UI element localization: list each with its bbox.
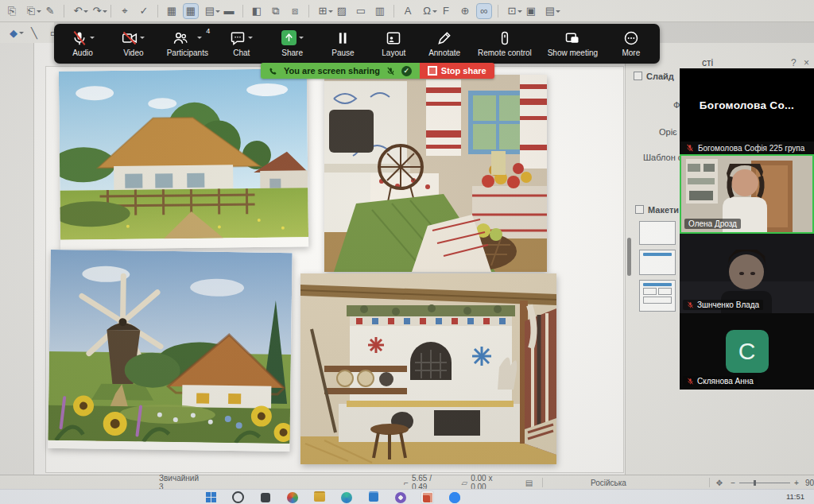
store-icon[interactable] [367, 491, 379, 503]
annotate-icon [436, 30, 452, 46]
office-icon[interactable] [286, 491, 298, 503]
fit-slide-icon[interactable]: ✥ [716, 479, 723, 487]
clone-formatting-icon[interactable]: ✎ [43, 4, 57, 18]
chat-button[interactable]: Chat [224, 30, 259, 57]
layout-content-thumbnail[interactable] [639, 280, 676, 312]
orientation-label: Оріє [659, 127, 677, 137]
chevron-down-icon[interactable] [90, 37, 95, 41]
zoom-in-button[interactable]: + [794, 479, 799, 487]
slide-image-village-painting[interactable] [59, 68, 308, 249]
toolbar-separator [393, 5, 394, 17]
pause-button[interactable]: Pause [325, 30, 360, 57]
participants-count-badge: 4 [206, 27, 210, 35]
file-explorer-icon[interactable] [313, 491, 325, 503]
slide-image-interior-stove[interactable] [324, 75, 547, 272]
statusbar-separator [709, 478, 710, 487]
table-icon[interactable]: ⊞ [316, 4, 330, 18]
copy-icon[interactable]: ⎗ [24, 4, 38, 18]
fill-color-icon[interactable]: ◆ [6, 25, 21, 40]
status-bar: Звичайний 3 ⌐ 5.65 / 0.49 ▱ 0.00 x 0.00 … [0, 475, 814, 490]
annotate-button[interactable]: Annotate [427, 30, 462, 57]
slide-properties-icon[interactable]: ▤ [543, 4, 557, 18]
audio-button[interactable]: Audio [65, 30, 100, 57]
zoom-slider-track[interactable] [739, 483, 790, 483]
special-character-icon[interactable]: Ω [420, 4, 434, 18]
helplines-icon[interactable]: ▤ [203, 4, 217, 18]
new-slide-icon[interactable]: ⊡ [505, 4, 519, 18]
insert-textbox-icon[interactable]: A [401, 4, 415, 18]
master-slide-icon[interactable]: ▬ [222, 4, 236, 18]
find-replace-icon[interactable]: ⌖ [118, 4, 132, 18]
insert-line-icon[interactable]: ╲ [27, 25, 41, 40]
toolbar-separator [242, 5, 243, 17]
zoom-slider-thumb[interactable] [754, 480, 756, 486]
spelling-icon[interactable]: ✓ [137, 4, 151, 18]
active-speaker-tile[interactable]: Богомолова Со... [680, 68, 814, 142]
undo-icon[interactable]: ↶ [71, 4, 85, 18]
video-tile-olena[interactable]: Олена Дрозд [680, 154, 814, 234]
zoom-level-value[interactable]: 90 [805, 479, 814, 487]
onenote-icon[interactable] [394, 491, 406, 503]
remote-control-button[interactable]: Remote control [478, 30, 532, 57]
video-button[interactable]: Video [116, 30, 151, 57]
mic-muted-icon [72, 30, 87, 46]
start-button[interactable] [205, 491, 217, 503]
show-meeting-button[interactable]: Show meeting [548, 30, 598, 57]
paste-icon[interactable]: ⎘ [5, 4, 19, 18]
security-shield-icon[interactable]: ✓ [401, 66, 412, 76]
sidebar-close-button[interactable]: × [804, 57, 809, 68]
participants-button[interactable]: 4 Participants [167, 30, 208, 57]
task-view-icon[interactable] [259, 491, 271, 503]
sidebar-help-button[interactable]: ? [791, 57, 797, 68]
display-views-icon[interactable]: ◧ [250, 4, 264, 18]
stop-icon [428, 66, 437, 76]
host-name-row[interactable]: Богомолова Софія 225 група [680, 142, 814, 154]
chevron-down-icon[interactable] [140, 37, 145, 41]
toolbar-separator [110, 5, 111, 17]
layout-title-thumbnail[interactable] [639, 250, 676, 275]
sidebar-title: сті [702, 57, 713, 68]
more-button[interactable]: More [614, 30, 649, 57]
slide-image-stove-photo[interactable] [300, 273, 556, 464]
slide-section-header[interactable]: Слайд [634, 72, 674, 81]
duplicate-slide-icon[interactable]: ▣ [524, 4, 538, 18]
video-tile-vlada[interactable]: Зшнченко Влада [680, 234, 814, 313]
language-status[interactable]: Російська [591, 479, 626, 487]
layout-blank-thumbnail[interactable] [639, 221, 676, 245]
video-tile-anna[interactable]: C Склянова Анна [680, 313, 814, 390]
chevron-down-icon[interactable] [197, 37, 202, 41]
layouts-section-header[interactable]: Макети [635, 205, 679, 215]
sidebar-scrollbar[interactable] [627, 238, 631, 276]
shapes-icon[interactable]: ∞ [477, 4, 491, 18]
redo-icon[interactable]: ↷ [90, 4, 104, 18]
share-screen-icon [281, 30, 297, 45]
layout-button[interactable]: Layout [376, 30, 411, 57]
chevron-down-icon[interactable] [248, 37, 253, 41]
share-button[interactable]: Share [275, 30, 310, 57]
snap-grid-icon[interactable]: ▦ [184, 4, 198, 18]
stop-share-button[interactable]: Stop share [420, 63, 494, 79]
dual-display-icon[interactable]: ⧉ [269, 4, 283, 18]
presenter-console-icon[interactable]: ⧈ [288, 4, 302, 18]
insert-image-icon[interactable]: ▨ [335, 4, 349, 18]
zoom-out-button[interactable]: − [731, 479, 735, 487]
fontwork-icon[interactable]: F [439, 4, 453, 18]
mic-muted-icon [686, 144, 694, 152]
speaker-name: Богомолова Со... [700, 99, 794, 111]
zoom-app-icon[interactable] [448, 491, 460, 503]
mic-muted-icon [386, 67, 395, 76]
impress-toolbar: ⎘ ⎗ ✎ ↶ ↷ ⌖ ✓ ▦ ▦ ▤ ▬ ◧ ⧉ ⧈ ⊞ ▨ ▭ ▥ A Ω … [0, 0, 814, 22]
edge-browser-icon[interactable] [340, 491, 352, 503]
insert-media-icon[interactable]: ▭ [354, 4, 368, 18]
zoom-slider[interactable]: − + [731, 479, 799, 487]
hyperlink-icon[interactable]: ⊕ [458, 4, 472, 18]
grid-icon[interactable]: ▦ [165, 4, 179, 18]
save-status-icon[interactable]: ▤ [525, 479, 533, 487]
participant-name-label: Олена Дрозд [684, 219, 741, 229]
impress-app-icon[interactable] [421, 491, 433, 503]
chevron-down-icon[interactable] [299, 37, 304, 41]
search-icon[interactable] [232, 491, 244, 503]
slide-image-windmill-painting[interactable] [48, 250, 292, 452]
insert-chart-icon[interactable]: ▥ [373, 4, 387, 18]
clock[interactable]: 11:51 [786, 492, 804, 501]
